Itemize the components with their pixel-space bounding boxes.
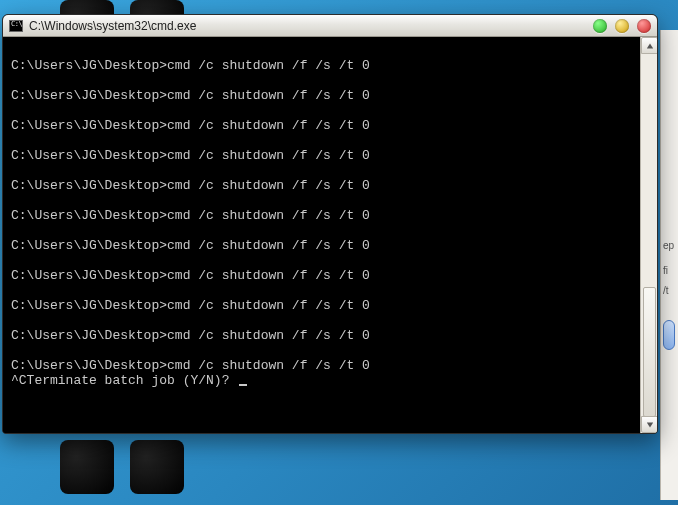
close-button[interactable] xyxy=(637,19,651,33)
terminal-line: C:\Users\JG\Desktop>cmd /c shutdown /f /… xyxy=(11,358,632,373)
cmd-icon xyxy=(9,20,23,32)
background-window-edge: ep fi /t xyxy=(660,30,678,500)
scroll-up-button[interactable] xyxy=(641,37,658,54)
terminal-line: C:\Users\JG\Desktop>cmd /c shutdown /f /… xyxy=(11,328,632,343)
bg-text-fragment: fi xyxy=(663,265,668,276)
terminal-line: C:\Users\JG\Desktop>cmd /c shutdown /f /… xyxy=(11,148,632,163)
minimize-button[interactable] xyxy=(593,19,607,33)
chevron-up-icon xyxy=(646,42,654,50)
chevron-down-icon xyxy=(646,421,654,429)
bg-button-fragment xyxy=(663,320,675,350)
titlebar[interactable]: C:\Windows\system32\cmd.exe xyxy=(3,15,657,37)
terminal-line: C:\Users\JG\Desktop>cmd /c shutdown /f /… xyxy=(11,88,632,103)
desktop-icon[interactable] xyxy=(60,440,114,494)
terminal-line: C:\Users\JG\Desktop>cmd /c shutdown /f /… xyxy=(11,268,632,283)
vertical-scrollbar[interactable] xyxy=(640,37,657,433)
cursor xyxy=(239,384,247,386)
maximize-button[interactable] xyxy=(615,19,629,33)
terminal-line: C:\Users\JG\Desktop>cmd /c shutdown /f /… xyxy=(11,298,632,313)
window-title: C:\Windows\system32\cmd.exe xyxy=(29,19,593,33)
desktop-icon[interactable] xyxy=(130,440,184,494)
client-area: C:\Users\JG\Desktop>cmd /c shutdown /f /… xyxy=(3,37,657,433)
scroll-thumb[interactable] xyxy=(643,287,656,417)
bg-text-fragment: /t xyxy=(663,285,669,296)
terminal-output[interactable]: C:\Users\JG\Desktop>cmd /c shutdown /f /… xyxy=(3,37,640,433)
terminal-line: C:\Users\JG\Desktop>cmd /c shutdown /f /… xyxy=(11,178,632,193)
terminal-line: C:\Users\JG\Desktop>cmd /c shutdown /f /… xyxy=(11,58,632,73)
terminal-line: C:\Users\JG\Desktop>cmd /c shutdown /f /… xyxy=(11,208,632,223)
desktop: ep fi /t C:\Windows\system32\cmd.exe C:\… xyxy=(0,0,678,505)
scroll-down-button[interactable] xyxy=(641,416,658,433)
terminal-line: C:\Users\JG\Desktop>cmd /c shutdown /f /… xyxy=(11,238,632,253)
terminal-line: ^CTerminate batch job (Y/N)? xyxy=(11,373,632,388)
terminal-line: C:\Users\JG\Desktop>cmd /c shutdown /f /… xyxy=(11,118,632,133)
bg-text-fragment: ep xyxy=(663,240,674,251)
cmd-window: C:\Windows\system32\cmd.exe C:\Users\JG\… xyxy=(2,14,658,434)
window-controls xyxy=(593,19,651,33)
